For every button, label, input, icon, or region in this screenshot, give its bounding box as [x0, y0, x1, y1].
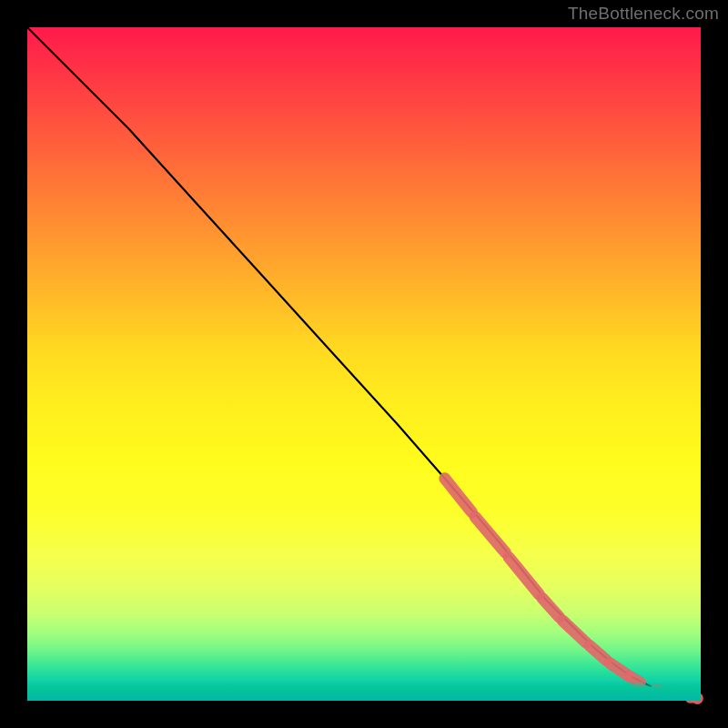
curve-svg: [27, 27, 701, 701]
plot-area: [27, 27, 701, 701]
watermark-text: TheBottleneck.com: [568, 4, 719, 24]
highlight-dot: [662, 687, 673, 699]
highlight-segment: [542, 599, 560, 618]
highlight-segment: [475, 517, 505, 552]
highlight-segment: [562, 621, 586, 642]
highlight-segment: [509, 557, 539, 594]
highlight-segment: [590, 645, 607, 660]
highlight-segment: [445, 479, 472, 512]
main-curve: [27, 27, 701, 699]
highlight-segment: [630, 676, 640, 682]
chart-frame: TheBottleneck.com: [0, 0, 728, 728]
highlight-dot: [692, 693, 703, 704]
highlight-dot: [651, 683, 662, 695]
highlight-segment: [610, 663, 627, 675]
